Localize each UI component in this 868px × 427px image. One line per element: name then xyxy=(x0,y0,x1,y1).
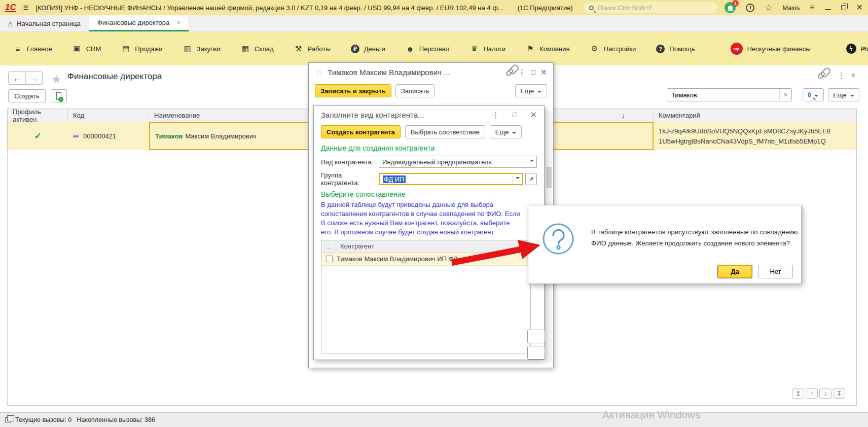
combo-dropdown-button[interactable] xyxy=(527,156,536,167)
restore-icon[interactable] xyxy=(841,5,846,10)
ribbon-item-crm[interactable]: ▣CRM xyxy=(73,44,101,53)
create-group-button[interactable] xyxy=(51,89,67,102)
hidden-button-fragment xyxy=(527,346,545,360)
ribbon-item-nalogi[interactable]: ♛Налоги xyxy=(469,44,505,53)
ribbon-item-pomosch[interactable]: ?Помощь xyxy=(656,45,695,53)
page-title: Финансовые директора xyxy=(67,72,162,82)
dialog-more-button[interactable]: Еще xyxy=(490,125,522,138)
column-header-code[interactable]: Код xyxy=(68,109,149,122)
tab-close-icon[interactable]: × xyxy=(176,19,180,26)
ribbon-item-kompaniya[interactable]: ⚑Компания xyxy=(526,44,570,53)
ribbon-menu: ≡Главное ▣CRM ▤Продажи ▥Закупки ▦Склад ⚒… xyxy=(0,32,868,65)
ribbon-item-glavnoe[interactable]: ≡Главное xyxy=(13,44,52,53)
save-and-close-button[interactable]: Записать и закрыть xyxy=(315,84,391,97)
main-menu-icon[interactable]: ≡ xyxy=(23,3,29,12)
create-counterparty-button[interactable]: Создать контрагента xyxy=(321,125,401,138)
go-prev-button[interactable]: ↑ xyxy=(806,388,818,399)
save-button[interactable]: Записать xyxy=(395,84,435,97)
purchases-icon: ▥ xyxy=(183,44,192,53)
history-icon[interactable] xyxy=(746,4,754,12)
dialog-command-bar: Создать контрагента Выбрать соответствие… xyxy=(314,123,544,140)
list-more-button[interactable]: Еще xyxy=(828,88,859,101)
no-button[interactable]: Нет xyxy=(758,265,793,278)
list-search-field[interactable]: × xyxy=(667,88,792,101)
group-combo-box[interactable]: ФД ИП xyxy=(379,173,523,185)
combo-dropdown-button[interactable] xyxy=(513,174,522,184)
column-header-active[interactable]: Профиль активен xyxy=(8,109,68,122)
home-icon: ⌂ xyxy=(8,19,13,28)
row-checkbox[interactable] xyxy=(326,256,333,262)
settings-icon: ⚙ xyxy=(590,44,599,53)
confirm-message: В таблице контрагентов присутствуют запо… xyxy=(591,227,798,249)
fill-counterparty-dialog: Заполните вид контаргента... ⋮ ✕ Создать… xyxy=(313,105,545,360)
more-dots-icon[interactable]: ⋮ xyxy=(519,68,526,76)
search-options-button[interactable] xyxy=(803,88,824,101)
kind-combo-box[interactable]: Индивидуальный предприниматель xyxy=(379,156,537,168)
maximize-icon[interactable] xyxy=(531,70,535,75)
info-text-line3: В списке есть нужный Вам контрагент, пож… xyxy=(321,219,537,228)
column-header-comment[interactable]: Комментарий xyxy=(654,109,856,122)
page-favorite-star-icon[interactable]: ★ xyxy=(51,73,62,86)
go-last-button[interactable]: ↧ xyxy=(833,388,845,399)
page-close-icon[interactable]: × xyxy=(851,70,856,81)
go-first-button[interactable]: ↥ xyxy=(792,388,804,399)
red-arrow-annotation xyxy=(450,238,547,269)
go-next-button[interactable]: ↓ xyxy=(819,388,831,399)
favorite-star-icon[interactable]: ☆ xyxy=(315,67,322,78)
warehouse-icon: ▦ xyxy=(241,44,250,53)
ribbon-expand-icon[interactable]: ▸ xyxy=(863,45,866,52)
new-document-icon xyxy=(56,92,61,100)
history-nav-buttons: ← → xyxy=(8,72,43,85)
dropdown-caret-icon xyxy=(516,177,520,181)
notifications-bell-icon[interactable]: 1 xyxy=(725,2,736,13)
ribbon-item-zakupki[interactable]: ▥Закупки xyxy=(183,44,221,53)
maximize-icon[interactable] xyxy=(513,113,517,117)
get-link-icon[interactable] xyxy=(817,71,826,80)
window-titlebar: 1С ≡ [КОПИЯ] УНФ - НЕСКУЧНЫЕ ФИНАНСЫ / У… xyxy=(0,0,868,15)
favorites-star-icon[interactable]: ☆ xyxy=(765,3,772,13)
page-more-icon[interactable]: ⋮ xyxy=(838,71,845,80)
link-icon[interactable] xyxy=(505,67,514,77)
ribbon-item-dengi[interactable]: ₽Деньги xyxy=(351,45,385,53)
close-window-icon[interactable]: ✕ xyxy=(856,4,863,12)
user-name[interactable]: Maxis xyxy=(782,4,800,12)
more-dots-icon[interactable]: ⋮ xyxy=(492,111,499,119)
ribbon-item-prodazhi[interactable]: ▤Продажи xyxy=(121,44,162,53)
close-dialog-icon[interactable]: ✕ xyxy=(540,67,547,77)
back-button[interactable]: ← xyxy=(9,72,25,84)
open-element-button[interactable]: ↗ xyxy=(525,173,537,185)
confirm-dialog: В таблице контрагентов присутствуют запо… xyxy=(528,205,802,284)
match-row-text: Тимаков Максим Владимирович ИП ФД xyxy=(337,255,458,263)
dialog-more-button[interactable]: Еще xyxy=(515,84,547,97)
hidden-button-fragment xyxy=(527,330,545,343)
select-match-button[interactable]: Выбрать соответствие xyxy=(405,125,485,138)
tab-financial-directors[interactable]: Финансовые директора × xyxy=(89,15,189,31)
dialog-title: Заполните вид контаргента... xyxy=(321,111,479,119)
service-menu-icon[interactable]: ≡ xyxy=(810,3,814,12)
global-search-input[interactable]: Поиск Ctrl+Shift+F xyxy=(584,2,717,13)
staff-icon: ☻ xyxy=(406,44,415,53)
dropdown-caret-icon xyxy=(814,95,818,99)
close-dialog-icon[interactable]: ✕ xyxy=(530,110,537,120)
list-search-input[interactable] xyxy=(667,91,779,99)
calls-counter: Текущие вызовы: 0 Накопленные вызовы: 38… xyxy=(15,416,155,423)
ribbon-item-nastroyki[interactable]: ⚙Настройки xyxy=(590,44,636,53)
ribbon-item-raboty[interactable]: ⚒Работы xyxy=(294,44,331,53)
tab-home[interactable]: ⌂ Начальная страница xyxy=(0,15,89,31)
dialog-titlebar: ☆ Тимаков Максим Владимирович ... ⋮ ✕ xyxy=(309,63,553,81)
ribbon-item-sklad[interactable]: ▦Склад xyxy=(241,44,274,53)
section-heading-create-data: Данные для создания контрагента xyxy=(321,144,537,152)
forward-button[interactable]: → xyxy=(25,72,42,84)
dropdown-caret-icon xyxy=(512,132,516,136)
kind-value: Индивидуальный предприниматель xyxy=(379,158,527,166)
minimize-icon[interactable] xyxy=(825,9,831,10)
create-button[interactable]: Создать xyxy=(8,89,46,102)
scrollbar-thumb[interactable] xyxy=(547,167,552,188)
group-field-row: Группа контрагента: ФД ИП ↗ xyxy=(321,171,537,187)
clear-search-icon[interactable]: × xyxy=(779,89,791,101)
search-placeholder: Поиск Ctrl+Shift+F xyxy=(598,4,653,12)
yes-button[interactable]: Да xyxy=(717,265,752,278)
ribbon-item-neskuchnye-finansy[interactable]: нфНескучные финансы xyxy=(731,43,811,55)
kind-field-label: Вид контрагента: xyxy=(321,158,379,166)
ribbon-item-personal[interactable]: ☻Персонал xyxy=(406,44,450,53)
